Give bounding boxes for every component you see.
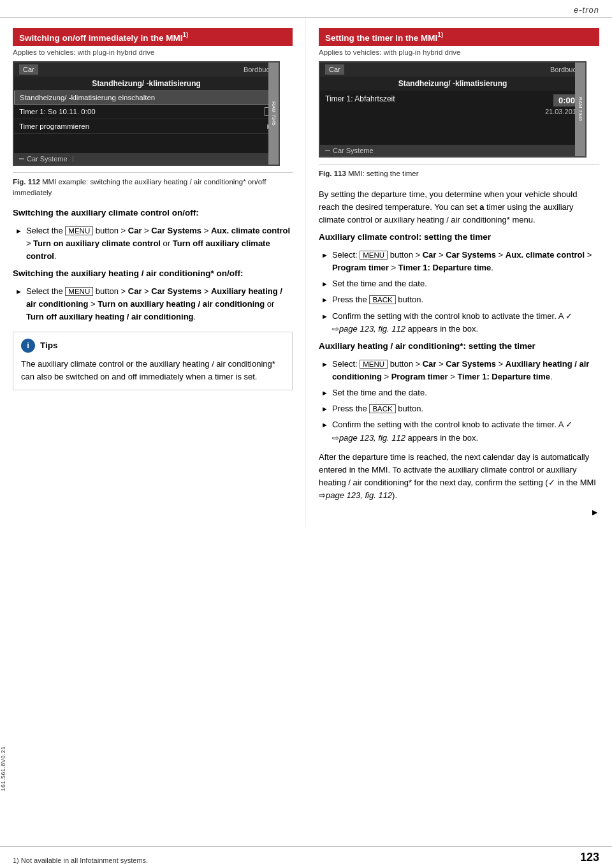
right-bullet-heat-3: ► Press the BACK button. (319, 402, 599, 415)
right-mmi-title: Standheizung/ -klimatisierung (320, 77, 585, 91)
left-bullet-2-arrow: ► (15, 286, 22, 323)
right-bullet-heat-4-content: Confirm the setting with the control kno… (332, 418, 599, 444)
menu-btn-4: MENU (360, 360, 388, 369)
right-bullet-heat-2-arrow: ► (321, 388, 328, 399)
top-bar: e-tron (0, 0, 612, 18)
menu-btn-1: MENU (65, 226, 93, 235)
right-mmi-wrap: Car Bordbuch Standheizung/ -klimatisieru… (319, 61, 586, 158)
continue-arrow: ► (319, 507, 599, 517)
info-icon: i (21, 339, 35, 353)
right-bullet-heat-3-content: Press the BACK button. (332, 402, 599, 415)
left-section-header: Switching on/off immediately in the MMI1… (13, 28, 293, 46)
right-column: Setting the timer in the MMI1) Applies t… (306, 18, 612, 527)
right-mmi-ram: RAM 7346 (575, 63, 585, 156)
left-mmi-car-tab: Car (19, 64, 38, 75)
right-heading-aux-heat: Auxiliary heating / air conditioning*: s… (319, 341, 599, 353)
right-bullet-heat-1-content: Select: MENU button > Car > Car Systems … (332, 358, 599, 383)
sidebar-vertical-text: 161.561.8V0.21 (0, 746, 11, 791)
right-mmi-header: Car Bordbuch (320, 63, 585, 77)
page-number: 123 (580, 851, 599, 864)
right-heading-aux-timer: Auxiliary climate control: setting the t… (319, 232, 599, 244)
right-after-text: After the departure time is reached, the… (319, 451, 599, 503)
left-mmi-item-2: Timer 1: So 10.11. 0:00 (14, 105, 279, 119)
right-bullet-aux-3-content: Press the BACK button. (332, 293, 599, 306)
page: e-tron Switching on/off immediately in t… (0, 0, 612, 868)
right-mmi-footer-tab (325, 150, 330, 151)
right-bullet-aux-1-content: Select: MENU button > Car > Car Systems … (332, 249, 599, 274)
right-bullet-aux-1-arrow: ► (321, 250, 328, 274)
left-mmi-wrap: Car Bordbuch Standheizung/ -klimatisieru… (13, 61, 280, 166)
right-mmi-footer: Car Systeme (320, 145, 585, 156)
back-btn-2: BACK (369, 404, 395, 413)
right-bullet-aux-3: ► Press the BACK button. (319, 293, 599, 306)
left-bullet-2: ► Select the MENU button > Car > Car Sys… (13, 285, 293, 323)
right-bullet-aux-2: ► Set the time and the date. (319, 277, 599, 290)
left-mmi-item-3: Timer programmieren ► (14, 119, 279, 134)
right-bullet-aux-4: ► Confirm the setting with the control k… (319, 310, 599, 335)
footnote: 1) Not available in all Infotainment sys… (13, 857, 148, 864)
right-bullet-heat-1: ► Select: MENU button > Car > Car System… (319, 358, 599, 383)
left-heading-2: Switching the auxiliary heating / air co… (13, 268, 293, 280)
back-btn-1: BACK (369, 295, 395, 304)
tips-header: i Tips (21, 339, 284, 353)
right-bullet-heat-3-arrow: ► (321, 404, 328, 415)
right-bullet-aux-2-content: Set the time and the date. (332, 277, 599, 290)
tips-text: The auxiliary climate control or the aux… (21, 358, 284, 383)
right-section-header: Setting the timer in the MMI1) (319, 28, 599, 46)
right-bullet-heat-1-arrow: ► (321, 359, 328, 383)
right-mmi-car-tab: Car (325, 64, 344, 75)
left-bullet-1: ► Select the MENU button > Car > Car Sys… (13, 224, 293, 263)
right-mmi-timer-row: Timer 1: Abfahrtszeit 0:00 21.03.2014 (320, 91, 585, 119)
tips-title: Tips (40, 341, 58, 350)
right-bullet-aux-2-arrow: ► (321, 279, 328, 290)
left-mmi-ram: RAM 7345 (268, 63, 279, 165)
left-heading-1: Switching the auxiliary climate control … (13, 207, 293, 219)
left-applies-text: Applies to vehicles: with plug-in hybrid… (13, 48, 293, 56)
left-mmi-title: Standheizung/ -klimatisierung (14, 77, 279, 91)
left-mmi-footer-tab (19, 158, 24, 159)
right-applies-text: Applies to vehicles: with plug-in hybrid… (319, 48, 599, 56)
right-bullet-heat-4: ► Confirm the setting with the control k… (319, 418, 599, 444)
left-mmi-header: Car Bordbuch (14, 63, 279, 77)
right-mmi-screen: Car Bordbuch Standheizung/ -klimatisieru… (319, 61, 586, 158)
left-bullet-1-content: Select the MENU button > Car > Car Syste… (26, 224, 293, 263)
menu-btn-2: MENU (65, 287, 93, 296)
tips-box: i Tips The auxiliary climate control or … (13, 332, 293, 390)
main-content: Switching on/off immediately in the MMI1… (0, 18, 612, 527)
right-bullet-aux-3-arrow: ► (321, 295, 328, 306)
right-bullet-heat-2-content: Set the time and the date. (332, 386, 599, 399)
left-mmi-item-1: Standheizung/ -klimatisierung einschalte… (14, 91, 279, 105)
right-bullet-heat-4-arrow: ► (321, 420, 328, 444)
right-fig-caption: Fig. 113 MMI: setting the timer (319, 164, 599, 179)
right-body-intro: By setting the departure time, you deter… (319, 188, 599, 226)
left-column: Switching on/off immediately in the MMI1… (0, 18, 306, 527)
right-bullet-aux-4-arrow: ► (321, 311, 328, 335)
left-mmi-screen: Car Bordbuch Standheizung/ -klimatisieru… (13, 61, 280, 166)
right-bullet-aux-1: ► Select: MENU button > Car > Car System… (319, 249, 599, 274)
left-mmi-tab-line: | (73, 156, 74, 162)
menu-btn-3: MENU (360, 251, 388, 260)
footer: 1) Not available in all Infotainment sys… (0, 846, 612, 868)
left-mmi-footer: Car Systeme | (14, 153, 279, 165)
brand-name: e-tron (574, 5, 599, 15)
right-bullet-heat-2: ► Set the time and the date. (319, 386, 599, 399)
right-bullet-aux-4-content: Confirm the setting with the control kno… (332, 310, 599, 335)
left-bullet-2-content: Select the MENU button > Car > Car Syste… (26, 285, 293, 323)
left-fig-caption: Fig. 112 MMI example: switching the auxi… (13, 172, 293, 199)
right-mmi-timer-label: Timer 1: Abfahrtszeit (325, 94, 395, 103)
left-bullet-1-arrow: ► (15, 226, 22, 263)
